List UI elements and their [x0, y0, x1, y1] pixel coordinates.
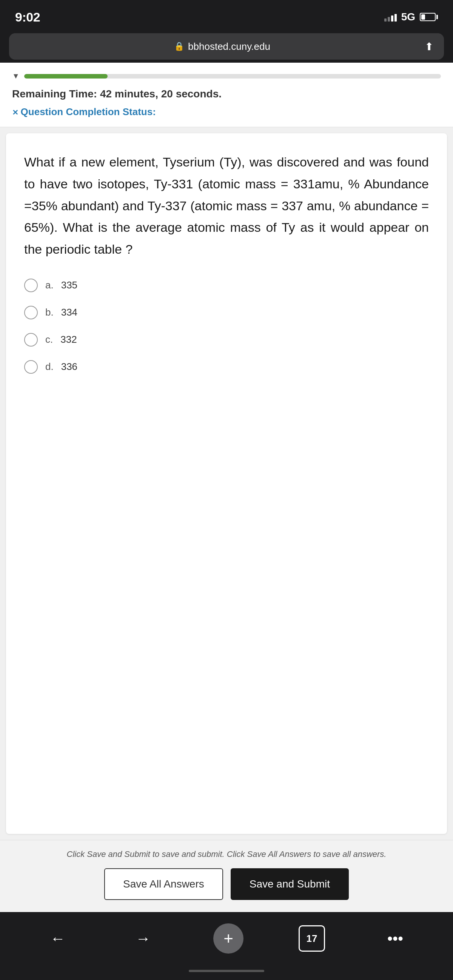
url-text: bbhosted.cuny.edu [188, 41, 270, 52]
remaining-time: Remaining Time: 42 minutes, 20 seconds. [12, 88, 441, 100]
forward-button[interactable]: → [128, 923, 158, 954]
browser-bar[interactable]: 🔒 bbhosted.cuny.edu ⬆ [9, 33, 444, 60]
progress-bar [24, 74, 441, 78]
option-a[interactable]: a. 335 [24, 278, 429, 292]
home-indicator [0, 965, 453, 980]
option-b[interactable]: b. 334 [24, 306, 429, 319]
status-time: 9:02 [15, 10, 40, 24]
option-c[interactable]: c. 332 [24, 333, 429, 347]
action-buttons: Save All Answers Save and Submit [12, 868, 441, 900]
tabs-button[interactable]: 17 [299, 925, 325, 952]
browser-nav-bar: ← → + 17 ••• [0, 912, 453, 965]
option-c-letter: c. [45, 334, 53, 345]
collapse-arrow-icon[interactable]: ▼ [12, 72, 20, 80]
save-submit-button[interactable]: Save and Submit [230, 868, 349, 900]
status-bar: 9:02 5G [0, 0, 453, 30]
action-bar: Click Save and Submit to save and submit… [0, 840, 453, 912]
option-d-letter: d. [45, 361, 54, 372]
radio-d[interactable] [24, 360, 38, 374]
lock-icon: 🔒 [174, 41, 184, 51]
url-bar[interactable]: 🔒 bbhosted.cuny.edu [20, 41, 425, 52]
radio-b[interactable] [24, 306, 38, 319]
option-d-value: 336 [61, 361, 77, 372]
question-card: What if a new element, Tyserium (Ty), wa… [6, 133, 447, 834]
question-status[interactable]: Question Completion Status: [12, 106, 441, 118]
info-panel: ▼ Remaining Time: 42 minutes, 20 seconds… [0, 63, 453, 127]
save-all-button[interactable]: Save All Answers [104, 868, 223, 900]
network-label: 5G [401, 11, 415, 23]
share-icon[interactable]: ⬆ [425, 40, 433, 53]
option-c-value: 332 [60, 334, 76, 345]
home-bar [189, 970, 264, 972]
option-b-value: 334 [61, 307, 77, 318]
plus-icon: + [224, 929, 233, 948]
new-tab-button[interactable]: + [213, 923, 243, 954]
remaining-time-label: Remaining Time: [12, 88, 97, 100]
action-hint: Click Save and Submit to save and submit… [12, 850, 441, 859]
radio-a[interactable] [24, 278, 38, 292]
radio-c[interactable] [24, 333, 38, 347]
collapse-row: ▼ [12, 72, 441, 80]
answer-options: a. 335 b. 334 c. 332 d. 336 [24, 278, 429, 374]
more-button[interactable]: ••• [380, 923, 410, 954]
main-content: ▼ Remaining Time: 42 minutes, 20 seconds… [0, 63, 453, 912]
option-d[interactable]: d. 336 [24, 360, 429, 374]
status-icons: 5G [384, 11, 438, 23]
option-a-letter: a. [45, 279, 54, 291]
battery-icon [420, 13, 438, 21]
option-a-value: 335 [61, 279, 77, 291]
progress-bar-fill [24, 74, 108, 78]
question-text: What if a new element, Tyserium (Ty), wa… [24, 151, 429, 261]
back-button[interactable]: ← [43, 923, 73, 954]
remaining-time-value: 42 minutes, 20 seconds. [100, 88, 222, 100]
option-b-letter: b. [45, 307, 54, 318]
signal-icon [384, 13, 397, 22]
